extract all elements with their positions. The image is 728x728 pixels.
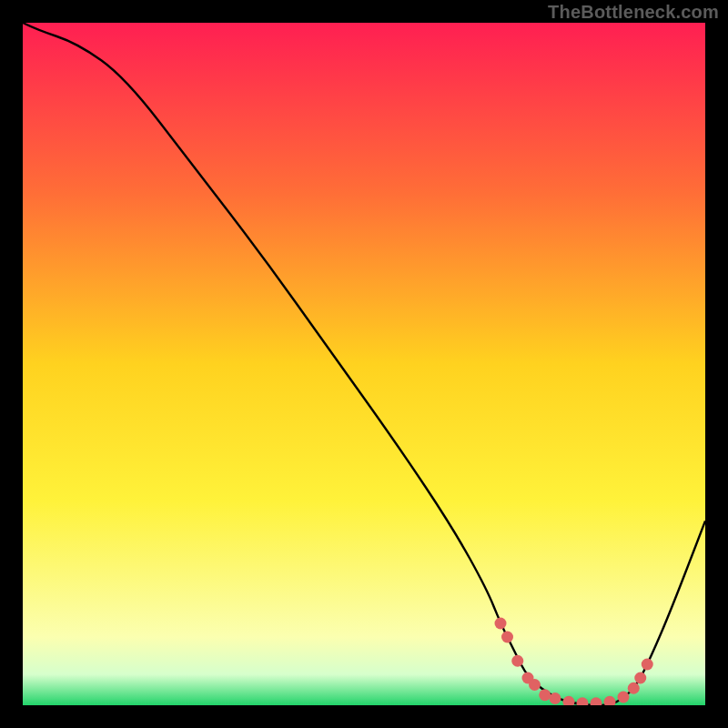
attribution-label: TheBottleneck.com — [548, 2, 719, 23]
marker-dot — [539, 689, 551, 701]
marker-dot — [529, 679, 541, 691]
marker-dot — [634, 672, 646, 684]
marker-dot — [501, 632, 513, 643]
chart-background — [23, 23, 705, 705]
marker-dot — [618, 692, 630, 703]
marker-dot — [628, 682, 640, 694]
plot-area — [23, 23, 705, 705]
marker-dot — [642, 659, 653, 671]
marker-dot — [495, 618, 507, 630]
chart-frame: TheBottleneck.com — [0, 0, 728, 728]
marker-dot — [511, 655, 523, 667]
marker-dot — [550, 693, 561, 704]
chart-svg — [23, 23, 705, 705]
